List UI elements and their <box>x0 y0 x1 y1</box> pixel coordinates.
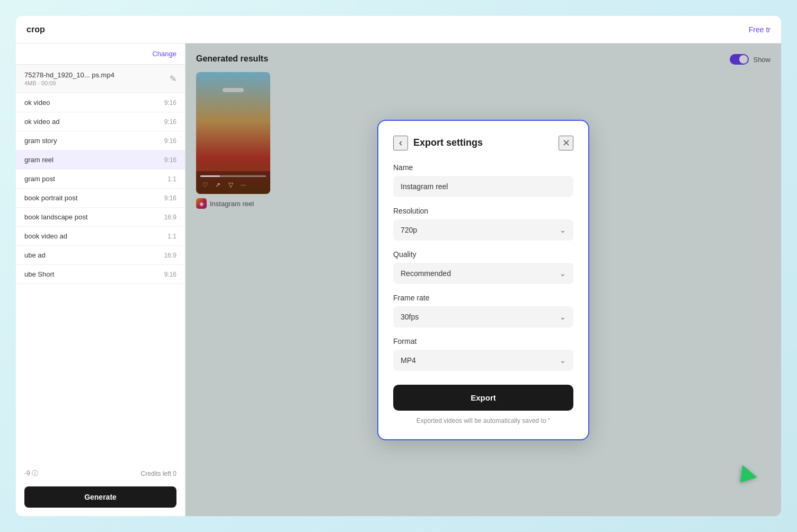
file-name: 75278-hd_1920_10... ps.mp4 <box>24 71 170 79</box>
sidebar-item-ratio: 1:1 <box>167 175 176 183</box>
sidebar-list-item[interactable]: ok video 9:16 <box>16 93 185 112</box>
sidebar-list-item[interactable]: ube ad 16:9 <box>16 246 185 265</box>
credits-count-label: Credits left 0 <box>141 470 176 477</box>
sidebar-item-name: gram story <box>24 137 57 145</box>
sidebar-list-item[interactable]: book portrait post 9:16 <box>16 189 185 208</box>
sidebar-item-ratio: 9:16 <box>164 137 176 145</box>
sidebar-item-name: gram reel <box>24 156 54 164</box>
sidebar-list-item[interactable]: ube Short 9:16 <box>16 265 185 284</box>
sidebar-list-item[interactable]: gram post 1:1 <box>16 170 185 189</box>
sidebar-item-ratio: 16:9 <box>164 252 176 259</box>
sidebar-item-name: book landscape post <box>24 213 87 221</box>
free-trial-link[interactable]: Free tr <box>749 25 771 34</box>
export-button[interactable]: Export <box>393 385 573 411</box>
sidebar-item-name: ube ad <box>24 251 46 259</box>
sidebar-generate-area: Generate <box>16 482 185 516</box>
content-area: Change 75278-hd_1920_10... ps.mp4 4MB · … <box>16 43 781 516</box>
modal-back-button[interactable]: ‹ <box>393 136 408 150</box>
sidebar-item-ratio: 16:9 <box>164 214 176 221</box>
export-modal: ‹ Export settings ✕ Name Resolution <box>377 120 589 440</box>
quality-select-wrapper: Recommended ⌄ <box>393 263 573 284</box>
name-label: Name <box>393 163 573 172</box>
resolution-group: Resolution 720p ⌄ <box>393 207 573 241</box>
resolution-select[interactable]: 720p <box>393 219 573 241</box>
top-bar: crop Free tr <box>16 16 781 43</box>
sidebar-item-name: ube Short <box>24 270 54 278</box>
sidebar-item-name: gram post <box>24 175 55 183</box>
framerate-select[interactable]: 30fps <box>393 306 573 327</box>
sidebar-bottom-info: -9 ⓘ Credits left 0 <box>16 465 185 482</box>
format-group: Format MP4 ⌄ <box>393 337 573 371</box>
export-note: Exported videos will be automatically sa… <box>393 417 573 424</box>
name-input[interactable] <box>393 176 573 197</box>
sidebar-item-name: ok video ad <box>24 118 60 126</box>
sidebar-list-item[interactable]: gram reel 9:16 <box>16 150 185 170</box>
framerate-group: Frame rate 30fps ⌄ <box>393 294 573 327</box>
sidebar-list-item[interactable]: gram story 9:16 <box>16 131 185 150</box>
quality-label: Quality <box>393 250 573 259</box>
resolution-label: Resolution <box>393 207 573 215</box>
sidebar-item-ratio: 1:1 <box>167 233 176 240</box>
format-select[interactable]: MP4 <box>393 350 573 371</box>
sidebar-item-ratio: 9:16 <box>164 118 176 126</box>
sidebar-item-ratio: 9:16 <box>164 156 176 164</box>
file-meta: 4MB · 00:09 <box>24 80 170 86</box>
modal-overlay: ‹ Export settings ✕ Name Resolution <box>185 43 781 516</box>
framerate-label: Frame rate <box>393 294 573 302</box>
quality-group: Quality Recommended ⌄ <box>393 250 573 284</box>
sidebar-item-name: book video ad <box>24 232 67 240</box>
change-button[interactable]: Change <box>152 50 176 58</box>
sidebar-list-item[interactable]: book video ad 1:1 <box>16 227 185 246</box>
sidebar: Change 75278-hd_1920_10... ps.mp4 4MB · … <box>16 43 185 516</box>
format-label: Format <box>393 337 573 345</box>
sidebar-item-ratio: 9:16 <box>164 271 176 278</box>
quality-select[interactable]: Recommended <box>393 263 573 284</box>
sidebar-item-ratio: 9:16 <box>164 194 176 202</box>
credits-info: -9 ⓘ <box>24 469 38 478</box>
generate-button[interactable]: Generate <box>24 486 176 508</box>
sidebar-item-ratio: 9:16 <box>164 99 176 107</box>
file-info: 75278-hd_1920_10... ps.mp4 4MB · 00:09 <box>24 71 170 86</box>
app-title: crop <box>26 25 45 34</box>
resolution-select-wrapper: 720p ⌄ <box>393 219 573 241</box>
app-container: crop Free tr Change 75278-hd_1920_10... … <box>16 16 781 516</box>
sidebar-item-name: book portrait post <box>24 194 77 202</box>
sidebar-list-item[interactable]: book landscape post 16:9 <box>16 208 185 227</box>
sidebar-list-item[interactable]: ok video ad 9:16 <box>16 112 185 131</box>
sidebar-header: Change <box>16 43 185 65</box>
sidebar-list: ok video 9:16 ok video ad 9:16 gram stor… <box>16 93 185 465</box>
modal-header: ‹ Export settings ✕ <box>393 136 573 150</box>
sidebar-file-item: 75278-hd_1920_10... ps.mp4 4MB · 00:09 ✎ <box>16 65 185 93</box>
format-select-wrapper: MP4 ⌄ <box>393 350 573 371</box>
framerate-select-wrapper: 30fps ⌄ <box>393 306 573 327</box>
main-content: Generated results Show ♡ ↗ ▽ ··· <box>185 43 781 516</box>
sidebar-item-name: ok video <box>24 99 50 107</box>
name-group: Name <box>393 163 573 197</box>
modal-close-button[interactable]: ✕ <box>559 136 573 150</box>
edit-icon[interactable]: ✎ <box>170 74 176 84</box>
modal-title: Export settings <box>413 137 483 148</box>
cursor-arrow <box>733 465 757 489</box>
